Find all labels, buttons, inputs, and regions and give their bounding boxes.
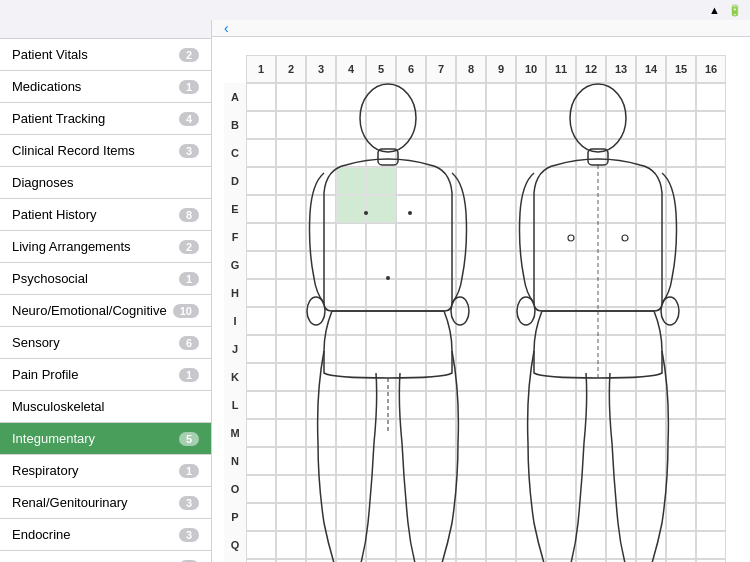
grid-cell[interactable] [456,335,486,363]
grid-cell[interactable] [366,223,396,251]
grid-cell[interactable] [666,167,696,195]
grid-cell[interactable] [306,503,336,531]
grid-cell[interactable] [486,195,516,223]
grid-cell[interactable] [426,531,456,559]
grid-cell[interactable] [396,419,426,447]
grid-cell[interactable] [336,419,366,447]
grid-cell[interactable] [366,279,396,307]
grid-cell[interactable] [576,363,606,391]
grid-cell[interactable] [636,307,666,335]
grid-cell[interactable] [456,419,486,447]
grid-cell[interactable] [396,475,426,503]
grid-cell[interactable] [666,391,696,419]
grid-cell[interactable] [366,195,396,223]
grid-cell[interactable] [306,139,336,167]
sidebar-item-diagnoses[interactable]: Diagnoses [0,167,211,199]
grid-cell[interactable] [276,139,306,167]
grid-cell[interactable] [546,223,576,251]
grid-cell[interactable] [246,531,276,559]
grid-cell[interactable] [306,363,336,391]
grid-cell[interactable] [636,475,666,503]
grid-cell[interactable] [696,223,726,251]
grid-cell[interactable] [456,475,486,503]
grid-cell[interactable] [426,223,456,251]
grid-cell[interactable] [606,307,636,335]
grid-cell[interactable] [276,111,306,139]
grid-cell[interactable] [696,419,726,447]
grid-cell[interactable] [456,391,486,419]
grid-cell[interactable] [336,111,366,139]
grid-cell[interactable] [516,167,546,195]
grid-cell[interactable] [696,447,726,475]
grid-cell[interactable] [246,223,276,251]
grid-cell[interactable] [276,475,306,503]
grid-cell[interactable] [336,391,366,419]
grid-cell[interactable] [546,195,576,223]
grid-cell[interactable] [486,419,516,447]
grid-cell[interactable] [666,419,696,447]
grid-cell[interactable] [546,503,576,531]
grid-cell[interactable] [366,83,396,111]
grid-cell[interactable] [606,447,636,475]
grid-cell[interactable] [456,83,486,111]
grid-cell[interactable] [246,419,276,447]
grid-cell[interactable] [546,83,576,111]
grid-cell[interactable] [576,139,606,167]
grid-cell[interactable] [336,531,366,559]
grid-cell[interactable] [276,279,306,307]
grid-cell[interactable] [336,167,366,195]
grid-cell[interactable] [426,391,456,419]
grid-cell[interactable] [696,251,726,279]
grid-cell[interactable] [606,531,636,559]
grid-cell[interactable] [576,307,606,335]
grid-cell[interactable] [666,475,696,503]
grid-cell[interactable] [366,391,396,419]
grid-cell[interactable] [696,335,726,363]
grid-cell[interactable] [486,139,516,167]
grid-cell[interactable] [486,447,516,475]
grid-cell[interactable] [336,447,366,475]
sidebar-item-digestive-gastrointestinal[interactable]: Digestive/Gastrointestinal2 [0,551,211,562]
grid-cell[interactable] [546,335,576,363]
grid-cell[interactable] [366,139,396,167]
grid-cell[interactable] [396,167,426,195]
grid-cell[interactable] [516,223,546,251]
grid-cell[interactable] [246,307,276,335]
grid-cell[interactable] [306,111,336,139]
grid-cell[interactable] [606,475,636,503]
grid-cell[interactable] [246,279,276,307]
sidebar-item-integumentary[interactable]: Integumentary5 [0,423,211,455]
sidebar-item-musculoskeletal[interactable]: Musculoskeletal [0,391,211,423]
grid-cell[interactable] [396,447,426,475]
grid-cell[interactable] [336,363,366,391]
grid-cell[interactable] [546,167,576,195]
grid-cell[interactable] [396,363,426,391]
sidebar-item-respiratory[interactable]: Respiratory1 [0,455,211,487]
grid-cell[interactable] [576,419,606,447]
grid-cell[interactable] [306,307,336,335]
grid-cell[interactable] [246,111,276,139]
grid-cell[interactable] [246,251,276,279]
grid-cell[interactable] [696,475,726,503]
grid-cell[interactable] [276,83,306,111]
grid-cell[interactable] [486,475,516,503]
grid-cell[interactable] [636,531,666,559]
grid-cell[interactable] [636,419,666,447]
grid-cell[interactable] [516,139,546,167]
grid-cell[interactable] [426,447,456,475]
grid-cell[interactable] [396,503,426,531]
grid-cell[interactable] [396,251,426,279]
grid-cell[interactable] [666,363,696,391]
grid-cell[interactable] [486,279,516,307]
grid-cell[interactable] [516,195,546,223]
grid-cell[interactable] [366,167,396,195]
grid-cell[interactable] [576,251,606,279]
grid-cell[interactable] [576,503,606,531]
grid-cell[interactable] [486,251,516,279]
sidebar-item-patient-history[interactable]: Patient History8 [0,199,211,231]
grid-cell[interactable] [516,363,546,391]
grid-cell[interactable] [606,111,636,139]
grid-cell[interactable] [516,307,546,335]
grid-cell[interactable] [276,167,306,195]
grid-cell[interactable] [456,195,486,223]
